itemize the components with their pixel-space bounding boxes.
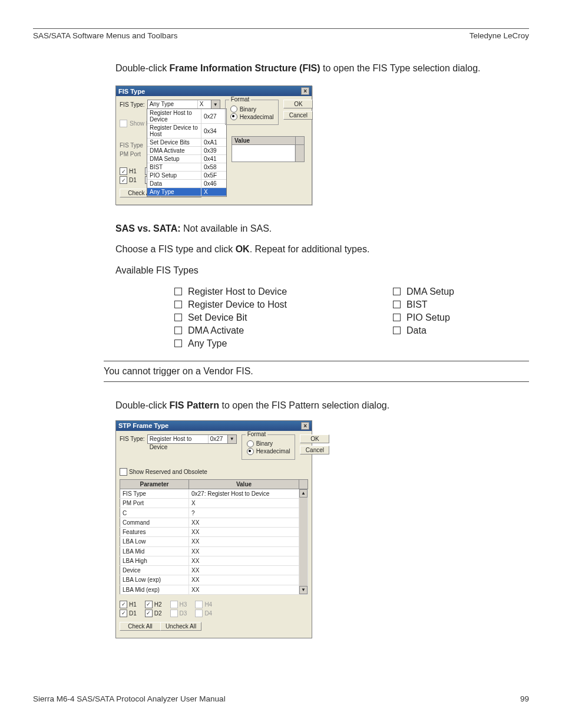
check-h4[interactable]: H4 bbox=[195, 601, 212, 608]
table-row[interactable]: LBA HighXX bbox=[120, 556, 308, 565]
dropdown-option[interactable]: DMA Activate0x39 bbox=[147, 147, 226, 155]
dropdown-option[interactable]: Register Device to Host0x34 bbox=[147, 124, 226, 139]
check-h1[interactable]: ✓H1 bbox=[120, 167, 137, 175]
list-item: Register Device to Host bbox=[174, 299, 287, 310]
dialog2-title: STP Frame Type bbox=[118, 422, 168, 429]
check-d1[interactable]: ✓D1 bbox=[120, 610, 137, 617]
list-item: Any Type bbox=[174, 338, 287, 349]
note-vendor-fis: You cannot trigger on a Vendor FIS. bbox=[104, 361, 529, 382]
page-footer: Sierra M6-4 SAS/SATA Protocol Analyzer U… bbox=[33, 694, 529, 703]
intro-paragraph-2: Double-click FIS Pattern to open the FIS… bbox=[115, 398, 529, 412]
table-row[interactable]: LBA MidXX bbox=[120, 546, 308, 556]
host-device-checks-2: ✓H1✓H2H3H4 ✓D1✓D2D3D4 bbox=[120, 601, 308, 617]
check-d2[interactable]: ✓D2 bbox=[145, 610, 162, 617]
available-heading: Available FIS Types bbox=[115, 263, 529, 277]
check-h1[interactable]: ✓H1 bbox=[120, 601, 137, 608]
format-binary-radio-2[interactable]: Binary bbox=[247, 440, 290, 447]
chevron-down-icon[interactable]: ▼ bbox=[227, 435, 236, 443]
table-row[interactable]: DeviceXX bbox=[120, 566, 308, 575]
dropdown-option[interactable]: PIO Setup0x5F bbox=[147, 172, 226, 180]
close-icon[interactable]: × bbox=[301, 422, 309, 430]
list-item: Register Host to Device bbox=[174, 286, 287, 297]
list-item: DMA Activate bbox=[174, 325, 287, 336]
check-h2[interactable]: ✓H2 bbox=[145, 601, 162, 608]
check-d4[interactable]: D4 bbox=[195, 610, 212, 617]
fis-types-list: Register Host to DeviceRegister Device t… bbox=[174, 284, 529, 351]
check-h3[interactable]: H3 bbox=[170, 601, 187, 608]
close-icon[interactable]: × bbox=[301, 87, 309, 95]
choose-para: Choose a FIS type and click OK. Repeat f… bbox=[115, 242, 529, 256]
intro-paragraph-1: Double-click Frame Information Structure… bbox=[115, 61, 529, 75]
table-row[interactable]: LBA Low (exp)XX bbox=[120, 575, 308, 585]
dropdown-option[interactable]: BIST0x58 bbox=[147, 163, 226, 172]
show-f-checkbox[interactable] bbox=[120, 120, 127, 127]
fis-type-dropdown[interactable]: Register Host to Device0x27Register Devi… bbox=[147, 108, 227, 197]
page-header: SAS/SATA Software Menus and Toolbars Tel… bbox=[33, 28, 529, 40]
table-row[interactable]: PM PortX bbox=[120, 499, 308, 508]
table-row[interactable]: CommandXX bbox=[120, 518, 308, 527]
show-reserved-checkbox[interactable]: Show Reserved and Obsolete bbox=[120, 468, 308, 476]
header-right: Teledyne LeCroy bbox=[470, 31, 529, 40]
format-binary-radio[interactable]: Binary bbox=[230, 106, 274, 113]
list-item: Data bbox=[393, 325, 454, 336]
fis-type-combo[interactable]: Any Type X ▼ bbox=[147, 100, 220, 109]
footer-page-number: 99 bbox=[520, 694, 529, 703]
format-group-2: Format Binary Hexadecimal bbox=[242, 434, 296, 460]
sas-vs-sata: SAS vs. SATA: Not available in SAS. bbox=[115, 222, 529, 235]
dropdown-option[interactable]: Set Device Bits0xA1 bbox=[147, 139, 226, 147]
ok-button[interactable]: OK bbox=[283, 100, 313, 108]
fis-type-dialog: FIS Type × FIS Type: Any Type X ▼ bbox=[115, 85, 312, 205]
list-item: Set Device Bit bbox=[174, 312, 287, 323]
header-left: SAS/SATA Software Menus and Toolbars bbox=[33, 31, 177, 40]
dialog2-titlebar[interactable]: STP Frame Type × bbox=[116, 421, 312, 431]
dropdown-option[interactable]: Data0x46 bbox=[147, 180, 226, 188]
table-row[interactable]: LBA Mid (exp)XX bbox=[120, 585, 308, 594]
dialog-titlebar[interactable]: FIS Type × bbox=[116, 86, 312, 96]
uncheck-all-button-2[interactable]: Uncheck All bbox=[160, 622, 201, 631]
table-row[interactable]: FeaturesXX bbox=[120, 528, 308, 537]
list-item: BIST bbox=[393, 299, 454, 310]
ok-button-2[interactable]: OK bbox=[300, 434, 329, 443]
table-row[interactable]: C? bbox=[120, 508, 308, 518]
dialog-title: FIS Type bbox=[118, 88, 145, 95]
list-item: PIO Setup bbox=[393, 312, 454, 323]
chevron-down-icon[interactable]: ▼ bbox=[211, 100, 220, 108]
fis-type-combo-2[interactable]: Register Host to Device 0x27 ▼ bbox=[147, 434, 237, 444]
table-row[interactable]: FIS Type0x27: Register Host to Device▲▼ bbox=[120, 489, 308, 498]
stp-frame-type-dialog: STP Frame Type × FIS Type: Register Host… bbox=[115, 420, 312, 638]
cancel-button[interactable]: Cancel bbox=[283, 111, 313, 120]
format-group: Format Binary Hexadecimal bbox=[225, 100, 279, 125]
list-item: DMA Setup bbox=[393, 286, 454, 297]
scrollbar[interactable]: ▲▼ bbox=[299, 489, 308, 594]
footer-left: Sierra M6-4 SAS/SATA Protocol Analyzer U… bbox=[33, 694, 226, 703]
format-hex-radio-2[interactable]: Hexadecimal bbox=[247, 448, 290, 455]
table-row[interactable]: LBA LowXX bbox=[120, 537, 308, 546]
cancel-button-2[interactable]: Cancel bbox=[300, 446, 329, 454]
value-panel: Value bbox=[232, 136, 305, 162]
dropdown-option[interactable]: DMA Setup0x41 bbox=[147, 155, 226, 163]
parameter-table[interactable]: Parameter Value FIS Type0x27: Register H… bbox=[120, 479, 308, 595]
fis-type-label-2: FIS Type: bbox=[120, 436, 145, 442]
side-labels: FIS Type PM Port bbox=[120, 140, 143, 160]
fis-type-label: FIS Type: bbox=[120, 101, 145, 108]
dropdown-option[interactable]: Any TypeX bbox=[147, 188, 226, 196]
check-all-button-2[interactable]: Check All bbox=[120, 622, 161, 631]
check-d3[interactable]: D3 bbox=[170, 610, 187, 617]
format-hex-radio[interactable]: Hexadecimal bbox=[230, 113, 274, 120]
check-d1[interactable]: ✓D1 bbox=[120, 176, 137, 184]
dropdown-option[interactable]: Register Host to Device0x27 bbox=[147, 109, 226, 124]
